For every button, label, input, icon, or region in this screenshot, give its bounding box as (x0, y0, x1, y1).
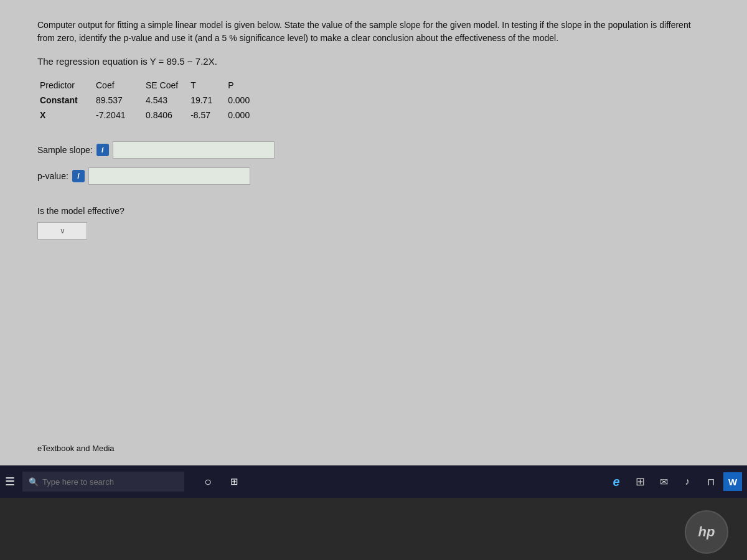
col-header-t: T (190, 78, 228, 93)
cell-constant-coef: 89.537 (96, 93, 146, 108)
table-row: Constant 89.537 4.543 19.71 0.000 (40, 93, 265, 108)
sample-slope-label: Sample slope: (37, 145, 93, 155)
p-value-row: p-value: i (37, 167, 710, 185)
bottom-area: hp (0, 498, 747, 560)
cell-x-t: -8.57 (190, 108, 228, 123)
mail-icon[interactable]: ✉ (652, 470, 675, 493)
col-header-predictor: Predictor (40, 78, 96, 93)
sample-slope-input[interactable] (113, 141, 275, 159)
table-row: X -7.2041 0.8406 -8.57 0.000 (40, 108, 265, 123)
search-icon: 🔍 (29, 477, 39, 487)
cell-constant: Constant (40, 93, 96, 108)
screen: Computer output for fitting a simple lin… (0, 0, 747, 560)
regression-equation: The regression equation is Y = 89.5 − 7.… (37, 56, 710, 67)
cell-x-coef: -7.2041 (96, 108, 146, 123)
cell-constant-p: 0.000 (228, 93, 265, 108)
taskbar-left: ☰ 🔍 (5, 472, 184, 492)
sample-slope-info-btn[interactable]: i (96, 144, 109, 156)
col-header-coef: Coef (96, 78, 146, 93)
effective-dropdown[interactable]: ∨ (37, 222, 87, 240)
col-header-se-coef: SE Coef (146, 78, 190, 93)
taskbar-search-bar[interactable]: 🔍 (22, 472, 184, 492)
col-header-p: P (228, 78, 265, 93)
p-value-label: p-value: (37, 171, 68, 181)
word-icon[interactable]: W (723, 472, 742, 491)
task-view-btn[interactable]: ⊞ (223, 470, 245, 493)
folder-icon[interactable]: ⊓ (700, 470, 722, 493)
chevron-down-icon: ∨ (60, 226, 65, 235)
cell-constant-t: 19.71 (190, 93, 228, 108)
regression-eq-text: The regression equation is Y = 89.5 − 7.… (37, 56, 217, 67)
sample-slope-row: Sample slope: i (37, 141, 710, 159)
taskbar: ☰ 🔍 ○ ⊞ e ⊞ ✉ ♪ ⊓ W (0, 465, 747, 498)
effective-section: Is the model effective? ∨ (37, 206, 710, 240)
start-circle-btn[interactable]: ○ (197, 470, 219, 493)
p-value-input[interactable] (88, 167, 250, 185)
cell-x: X (40, 108, 96, 123)
grid-app-icon[interactable]: ⊞ (629, 470, 651, 493)
cell-constant-se: 4.543 (146, 93, 190, 108)
edge-icon[interactable]: e (605, 470, 627, 493)
p-value-info-btn[interactable]: i (72, 170, 85, 182)
taskbar-search-input[interactable] (42, 477, 167, 487)
taskbar-right: e ⊞ ✉ ♪ ⊓ W (605, 470, 742, 493)
cell-x-p: 0.000 (228, 108, 265, 123)
stats-table: Predictor Coef SE Coef T P Constant 89.5… (40, 78, 710, 123)
effective-label: Is the model effective? (37, 206, 710, 216)
hp-logo: hp (685, 510, 728, 554)
hp-text: hp (698, 524, 715, 540)
table-header-row: Predictor Coef SE Coef T P (40, 78, 265, 93)
main-content: Computer output for fitting a simple lin… (0, 0, 747, 465)
cell-x-se: 0.8406 (146, 108, 190, 123)
problem-description: Computer output for fitting a simple lin… (37, 19, 710, 45)
start-menu-icon[interactable]: ☰ (5, 475, 15, 488)
etextbook-link[interactable]: eTextbook and Media (37, 437, 710, 453)
mic-icon[interactable]: ♪ (676, 470, 698, 493)
taskbar-center: ○ ⊞ (197, 470, 245, 493)
form-section: Sample slope: i p-value: i (37, 141, 710, 194)
